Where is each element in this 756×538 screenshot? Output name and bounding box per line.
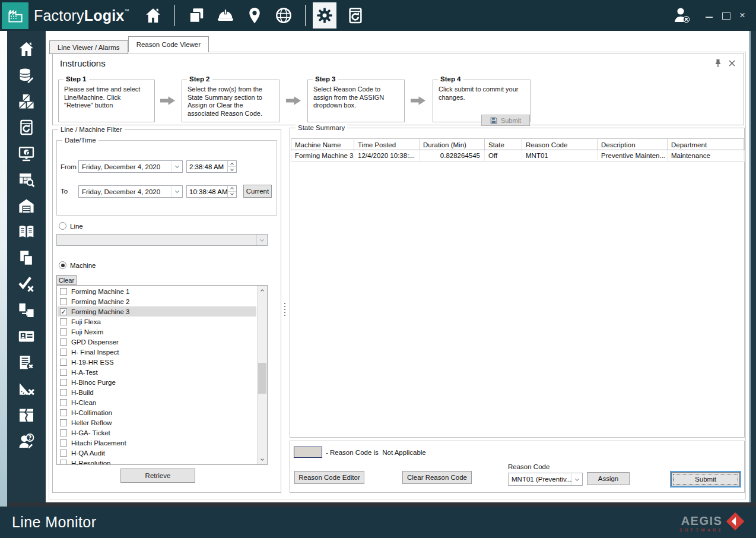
- sidebar-open-book-icon[interactable]: [17, 223, 36, 240]
- machine-checkbox[interactable]: [60, 338, 67, 346]
- machine-list-item[interactable]: H-Clean: [58, 397, 256, 407]
- hard-hat-icon[interactable]: [216, 6, 235, 25]
- sidebar-warehouse-icon[interactable]: [17, 197, 36, 214]
- scroll-up-icon[interactable]: [258, 286, 267, 295]
- sidebar-table-search-icon[interactable]: [17, 170, 36, 188]
- line-radio[interactable]: [59, 222, 66, 230]
- machine-radio-row[interactable]: Machine: [59, 261, 96, 269]
- machine-list-item[interactable]: H- Final Inspect: [58, 347, 256, 357]
- machine-list-item[interactable]: Forming Machine 2: [58, 296, 256, 306]
- machine-list-item[interactable]: H-A-Test: [58, 367, 256, 377]
- minimize-button[interactable]: [705, 12, 713, 19]
- machine-checkbox[interactable]: [60, 399, 67, 406]
- machine-checkbox[interactable]: [60, 379, 67, 386]
- spin-down-icon[interactable]: [228, 192, 236, 197]
- machine-checkbox[interactable]: [60, 450, 67, 457]
- sidebar-monitor-dashboard-icon[interactable]: [17, 144, 36, 162]
- table-row[interactable]: Forming Machine 312/4/2020 10:38:...0.82…: [291, 150, 745, 162]
- machine-list-item[interactable]: H-19-HR ESS: [58, 357, 256, 367]
- machine-list-item[interactable]: Heller Reflow: [58, 417, 256, 428]
- chevron-down-icon[interactable]: [171, 161, 182, 172]
- machine-checkbox[interactable]: [60, 409, 67, 416]
- machine-checkbox[interactable]: [60, 439, 67, 447]
- column-header[interactable]: Machine Name: [291, 139, 354, 150]
- machine-list-item[interactable]: Fuji Nexim: [58, 327, 256, 337]
- instructions-submit-button[interactable]: Submit: [481, 115, 530, 126]
- close-button[interactable]: ×: [738, 12, 747, 19]
- machine-list-item[interactable]: Fuji Flexa: [58, 317, 256, 327]
- assign-button[interactable]: Assign: [587, 472, 630, 485]
- column-header[interactable]: Description: [598, 139, 668, 150]
- sidebar-operator-question-icon[interactable]: ?: [17, 432, 36, 450]
- machine-checkbox[interactable]: [60, 298, 67, 305]
- clear-button[interactable]: Clear: [56, 275, 77, 285]
- current-button[interactable]: Current: [243, 185, 272, 198]
- machine-checkbox[interactable]: [60, 288, 67, 295]
- close-panel-icon[interactable]: [729, 60, 735, 67]
- machine-checkbox[interactable]: [60, 369, 67, 376]
- machine-list-item[interactable]: H-Resolution: [58, 458, 256, 465]
- scroll-down-icon[interactable]: [258, 455, 267, 464]
- sidebar-verify-check-icon[interactable]: [17, 275, 36, 293]
- machine-list-scrollbar[interactable]: [257, 286, 267, 464]
- column-header[interactable]: Reason Code: [522, 139, 598, 150]
- machine-checkbox[interactable]: [60, 419, 67, 426]
- to-time-spinner[interactable]: 10:38:48 AM: [186, 185, 237, 198]
- submit-button[interactable]: Submit: [671, 472, 740, 486]
- machine-checkbox[interactable]: [60, 429, 67, 436]
- user-logout-icon[interactable]: [672, 6, 692, 25]
- machine-checkbox[interactable]: [60, 349, 67, 356]
- panel-splitter[interactable]: [284, 303, 286, 316]
- home-icon[interactable]: [144, 6, 163, 25]
- column-header[interactable]: Duration (Min): [420, 139, 485, 150]
- sidebar-copy-documents-icon[interactable]: [17, 249, 36, 267]
- tab-line-viewer-alarms[interactable]: Line Viewer / Alarms: [49, 40, 128, 54]
- from-date-combobox[interactable]: Friday, December 4, 2020: [78, 160, 183, 173]
- reason-code-combobox[interactable]: MNT01 (Preventiv...: [508, 473, 583, 486]
- copy-layers-icon[interactable]: [187, 6, 206, 25]
- line-radio-row[interactable]: Line: [59, 222, 83, 230]
- machine-list-item[interactable]: Forming Machine 1: [58, 286, 256, 296]
- from-time-spinner[interactable]: 2:38:48 AM: [186, 160, 237, 173]
- backup-restore-icon[interactable]: [346, 6, 365, 25]
- machine-checkbox[interactable]: ✓: [60, 308, 67, 315]
- column-header[interactable]: Time Posted: [354, 139, 420, 150]
- globe-web-icon[interactable]: [274, 6, 293, 25]
- machine-list-item[interactable]: H-Binoc Purge: [58, 377, 256, 387]
- machine-list-item[interactable]: H-Collimation: [58, 407, 256, 417]
- map-pin-icon[interactable]: [245, 6, 264, 25]
- machine-list-item[interactable]: H-QA Audit: [58, 448, 256, 458]
- to-date-combobox[interactable]: Friday, December 4, 2020: [78, 185, 183, 198]
- scrollbar-thumb[interactable]: [258, 363, 266, 394]
- reason-code-editor-button[interactable]: Reason Code Editor: [294, 471, 364, 484]
- machine-checkbox[interactable]: [60, 460, 67, 466]
- maximize-button[interactable]: [722, 12, 730, 19]
- machine-radio[interactable]: [59, 261, 66, 269]
- spin-up-icon[interactable]: [228, 161, 236, 167]
- pin-icon[interactable]: [714, 59, 722, 68]
- machine-list-item[interactable]: H-Build: [58, 387, 256, 397]
- machine-list-item[interactable]: GPD Dispenser: [58, 337, 256, 347]
- column-header[interactable]: Department: [668, 139, 744, 150]
- sidebar-pallet-boxes-icon[interactable]: [17, 92, 36, 110]
- sidebar-package-damaged-icon[interactable]: [17, 406, 36, 423]
- machine-checkbox[interactable]: [60, 389, 67, 396]
- machine-list-item[interactable]: ✓Forming Machine 3: [58, 306, 256, 317]
- sidebar-measure-remove-icon[interactable]: [17, 379, 36, 397]
- spin-up-icon[interactable]: [228, 186, 236, 192]
- tab-reason-code-viewer[interactable]: Reason Code Viewer: [128, 36, 209, 52]
- sidebar-database-edit-icon[interactable]: [17, 66, 36, 84]
- column-header[interactable]: State: [485, 139, 522, 150]
- settings-gear-icon[interactable]: [313, 2, 336, 29]
- sidebar-device-restore-icon[interactable]: [17, 118, 36, 136]
- machine-checkbox[interactable]: [60, 318, 67, 325]
- line-combobox-disabled[interactable]: [56, 234, 268, 246]
- spin-down-icon[interactable]: [228, 167, 236, 172]
- retrieve-button[interactable]: Retrieve: [120, 469, 195, 483]
- sidebar-list-remove-icon[interactable]: [17, 353, 36, 371]
- clear-reason-code-button[interactable]: Clear Reason Code: [402, 471, 472, 484]
- machine-checkbox[interactable]: [60, 359, 67, 366]
- machine-list-item[interactable]: H-GA- Ticket: [58, 428, 256, 438]
- sidebar-document-transfer-icon[interactable]: [17, 301, 36, 319]
- sidebar-home-icon[interactable]: [17, 40, 36, 58]
